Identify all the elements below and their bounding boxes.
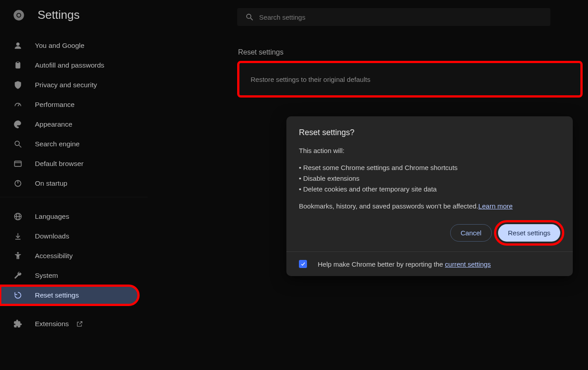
palette-icon [13, 120, 22, 129]
power-icon [13, 179, 22, 188]
report-settings-checkbox[interactable] [299, 260, 307, 268]
sidebar-item-on-startup[interactable]: On startup [0, 174, 148, 193]
sidebar-item-extensions[interactable]: Extensions [0, 314, 148, 334]
dialog-buttons: Cancel Reset settings [299, 224, 560, 242]
sidebar-divider [0, 197, 148, 205]
svg-line-10 [19, 145, 21, 148]
search-box[interactable] [237, 8, 550, 26]
sidebar-item-label: Appearance [35, 120, 72, 128]
wrench-icon [13, 271, 22, 280]
sidebar-item-performance[interactable]: Performance [0, 95, 148, 115]
extension-icon [13, 319, 22, 328]
sidebar-item-label: Performance [35, 101, 75, 109]
chrome-logo-icon [13, 9, 25, 21]
sidebar-item-downloads[interactable]: Downloads [0, 226, 148, 246]
sidebar-item-privacy[interactable]: Privacy and security [0, 75, 148, 95]
sidebar-item-system[interactable]: System [0, 266, 148, 285]
search-wrap [237, 8, 550, 26]
external-link-icon [76, 320, 83, 327]
sidebar-item-label: Downloads [35, 232, 69, 240]
sidebar-item-autofill[interactable]: Autofill and passwords [0, 55, 148, 75]
sidebar-item-label: Languages [35, 213, 69, 221]
dialog-bullet: Delete cookies and other temporary site … [299, 184, 560, 195]
reset-settings-button[interactable]: Reset settings [498, 224, 560, 242]
section-title: Reset settings [238, 48, 583, 56]
sidebar-item-languages[interactable]: Languages [0, 207, 148, 226]
sidebar-item-label: Reset settings [35, 291, 79, 299]
dialog-title: Reset settings? [299, 128, 560, 137]
svg-rect-7 [17, 62, 19, 63]
dialog-body: Reset settings? This action will: Reset … [286, 116, 573, 251]
main-content: Reset settings Restore settings to their… [238, 48, 583, 97]
current-settings-link[interactable]: current settings [445, 260, 491, 268]
search-input[interactable] [259, 13, 542, 21]
sidebar-item-label: On startup [35, 179, 67, 187]
dialog-text: This action will: Reset some Chrome sett… [299, 145, 560, 212]
cancel-button[interactable]: Cancel [450, 224, 492, 242]
svg-line-8 [18, 104, 19, 106]
svg-point-3 [247, 14, 251, 19]
learn-more-link[interactable]: Learn more [478, 202, 513, 210]
sidebar-item-appearance[interactable]: Appearance [0, 115, 148, 134]
sidebar-item-label: Accessibility [35, 252, 72, 260]
browser-icon [13, 159, 22, 168]
sidebar-item-search-engine[interactable]: Search engine [0, 134, 148, 154]
sidebar-item-default-browser[interactable]: Default browser [0, 154, 148, 174]
svg-point-2 [17, 13, 21, 17]
dialog-bullet: Reset some Chrome settings and Chrome sh… [299, 162, 560, 173]
sidebar-item-label: You and Google [35, 42, 85, 50]
page-title: Settings [38, 8, 80, 22]
sidebar-item-label: Autofill and passwords [35, 61, 104, 69]
dialog-footer: Help make Chrome better by reporting the… [286, 251, 573, 276]
search-icon [245, 13, 254, 21]
sidebar-item-label: Extensions [35, 320, 69, 328]
search-icon [13, 140, 22, 149]
dialog-bullet: Disable extensions [299, 173, 560, 184]
restore-settings-label: Restore settings to their original defau… [251, 76, 371, 83]
svg-point-5 [17, 43, 20, 46]
globe-icon [13, 212, 22, 221]
clipboard-icon [13, 61, 22, 70]
sidebar-item-label: Privacy and security [35, 81, 97, 89]
speedometer-icon [13, 100, 22, 109]
checkbox-label: Help make Chrome better by reporting the [318, 260, 445, 268]
sidebar-item-accessibility[interactable]: Accessibility [0, 246, 148, 266]
shield-icon [13, 81, 22, 89]
sidebar-item-reset-settings[interactable]: Reset settings [0, 285, 139, 305]
sidebar-item-label: Search engine [35, 140, 80, 148]
sidebar: You and Google Autofill and passwords Pr… [0, 36, 148, 334]
sidebar-item-you-and-google[interactable]: You and Google [0, 36, 148, 55]
svg-line-4 [251, 18, 253, 20]
sidebar-item-label: Default browser [35, 160, 84, 168]
accessibility-icon [13, 251, 22, 260]
restore-settings-row[interactable]: Restore settings to their original defau… [238, 62, 582, 97]
sidebar-item-label: System [35, 272, 58, 280]
svg-point-9 [15, 141, 19, 145]
reset-icon [13, 291, 22, 300]
reset-settings-dialog: Reset settings? This action will: Reset … [286, 116, 573, 276]
download-icon [13, 232, 22, 241]
svg-rect-11 [15, 161, 21, 166]
person-icon [13, 41, 22, 50]
dialog-footer-text: Bookmarks, history, and saved passwords … [299, 202, 478, 210]
dialog-intro: This action will: [299, 145, 560, 156]
svg-point-20 [17, 252, 18, 254]
